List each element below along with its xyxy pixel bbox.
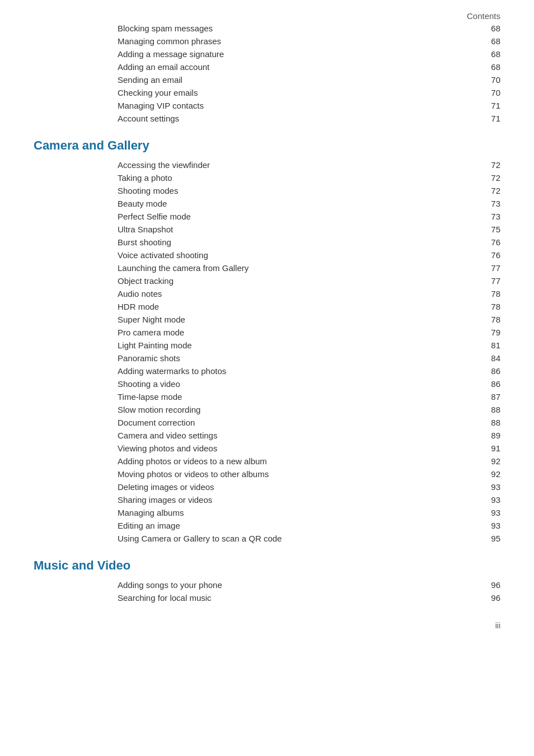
toc-entry: HDR mode78 [118,300,500,313]
entry-title: Checking your emails [118,88,484,97]
toc-entry: Shooting modes72 [118,184,500,197]
entry-title: Editing an image [118,521,484,530]
entry-page: 68 [484,49,500,59]
entry-title: HDR mode [118,302,484,311]
entry-page: 70 [484,88,500,97]
toc-entry: Using Camera or Gallery to scan a QR cod… [118,532,500,545]
toc-entry: Searching for local music96 [118,591,500,604]
toc-entry: Super Night mode78 [118,313,500,326]
entry-page: 91 [484,444,500,453]
toc-entry: Viewing photos and videos91 [118,442,500,455]
entry-title: Searching for local music [118,593,484,603]
entry-title: Sending an email [118,75,484,85]
camera-gallery-section: Camera and GalleryAccessing the viewfind… [34,138,500,545]
entry-title: Light Painting mode [118,340,484,350]
entry-title: Perfect Selfie mode [118,212,484,221]
entry-page: 92 [484,456,500,466]
entry-title: Taking a photo [118,173,484,183]
entry-title: Panoramic shots [118,353,484,363]
toc-entry: Time-lapse mode87 [118,390,500,403]
section-heading-music-video-section: Music and Video [34,558,500,573]
toc-entry: Pro camera mode79 [118,326,500,339]
entry-page: 78 [484,315,500,324]
entry-page: 72 [484,173,500,183]
entry-page: 93 [484,521,500,530]
entry-page: 72 [484,186,500,195]
toc-entry: Adding a message signature68 [118,48,500,60]
toc-entry: Sharing images or videos93 [118,493,500,506]
entry-page: 73 [484,199,500,208]
entry-page: 95 [484,534,500,543]
entry-page: 71 [484,114,500,123]
entry-title: Audio notes [118,289,484,298]
toc-entry: Object tracking77 [118,274,500,287]
toc-entry: Panoramic shots84 [118,352,500,365]
entry-title: Camera and video settings [118,431,484,440]
toc-entry: Document correction88 [118,416,500,429]
entry-page: 93 [484,495,500,505]
entry-page: 81 [484,340,500,350]
toc-entry: Managing albums93 [118,506,500,519]
entry-title: Adding songs to your phone [118,580,484,590]
entry-title: Adding an email account [118,62,484,72]
entry-page: 75 [484,225,500,234]
entry-title: Ultra Snapshot [118,225,484,234]
toc-entry: Adding watermarks to photos86 [118,365,500,377]
section-heading-camera-gallery-section: Camera and Gallery [34,138,500,153]
entry-page: 76 [484,250,500,260]
entry-page: 71 [484,101,500,110]
toc-entry: Deleting images or videos93 [118,480,500,493]
entry-page: 86 [484,379,500,389]
toc-entry: Beauty mode73 [118,197,500,210]
toc-entry: Launching the camera from Gallery77 [118,262,500,274]
entry-title: Blocking spam messages [118,24,484,33]
entry-page: 79 [484,328,500,337]
entry-title: Adding photos or videos to a new album [118,456,484,466]
toc-entry: Adding songs to your phone96 [118,578,500,591]
entry-page: 77 [484,263,500,273]
toc-entry: Burst shooting76 [118,236,500,249]
toc-entry: Blocking spam messages68 [118,22,500,35]
entry-title: Adding watermarks to photos [118,366,484,376]
entry-title: Deleting images or videos [118,482,484,492]
entry-title: Accessing the viewfinder [118,160,484,170]
toc-entry: Slow motion recording88 [118,403,500,416]
toc-entry: Sending an email70 [118,73,500,86]
entry-page: 78 [484,289,500,298]
entry-page: 73 [484,212,500,221]
entry-page: 68 [484,24,500,33]
entry-page: 87 [484,392,500,402]
entry-title: Managing common phrases [118,36,484,46]
entry-page: 76 [484,237,500,247]
contents-label: Contents [34,11,500,21]
toc-entry: Editing an image93 [118,519,500,532]
entry-title: Sharing images or videos [118,495,484,505]
toc-entry: Accessing the viewfinder72 [118,158,500,171]
entry-title: Adding a message signature [118,49,484,59]
toc-entry: Adding photos or videos to a new album92 [118,455,500,468]
entry-page: 77 [484,276,500,286]
entry-title: Burst shooting [118,237,484,247]
entry-title: Shooting a video [118,379,484,389]
toc-entry: Taking a photo72 [118,171,500,184]
toc-entry: Adding an email account68 [118,60,500,73]
toc-entry: Moving photos or videos to other albums9… [118,468,500,480]
entry-page: 78 [484,302,500,311]
entry-page: 96 [484,593,500,603]
entry-title: Object tracking [118,276,484,286]
entry-title: Moving photos or videos to other albums [118,469,484,479]
contents-page: Contents Blocking spam messages68Managin… [34,11,500,630]
entry-title: Using Camera or Gallery to scan a QR cod… [118,534,484,543]
music-video-section: Music and VideoAdding songs to your phon… [34,558,500,604]
toc-entry: Light Painting mode81 [118,339,500,352]
toc-entry: Shooting a video86 [118,377,500,390]
entry-page: 88 [484,418,500,427]
entry-page: 70 [484,75,500,85]
entry-title: Beauty mode [118,199,484,208]
entry-page: 84 [484,353,500,363]
entry-title: Pro camera mode [118,328,484,337]
entry-title: Launching the camera from Gallery [118,263,484,273]
entry-title: Managing albums [118,508,484,517]
email-section-tail: Blocking spam messages68Managing common … [34,22,500,125]
entry-page: 68 [484,62,500,72]
